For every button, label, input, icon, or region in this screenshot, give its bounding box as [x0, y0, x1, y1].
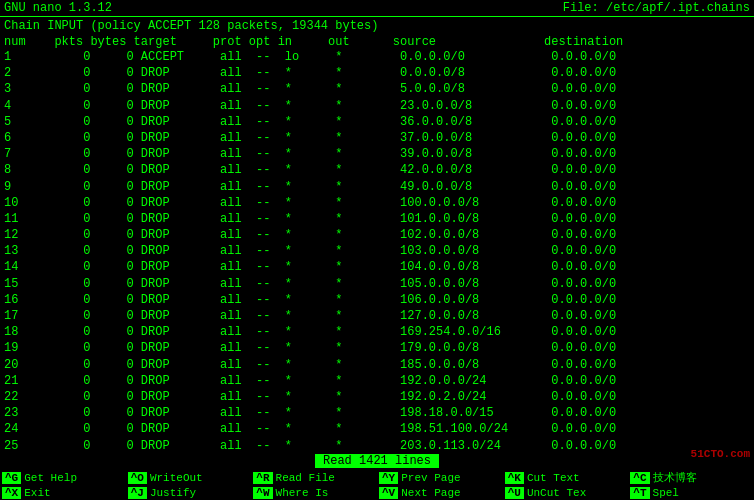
bottom-bar: ^GGet Help^OWriteOut^RRead File^YPrev Pa… — [0, 469, 754, 500]
shortcut-key: ^R — [253, 472, 272, 484]
table-row: 1 0 0 ACCEPT all -- lo * 0.0.0.0/0 0.0.0… — [4, 49, 750, 65]
shortcut-key: ^V — [379, 487, 398, 499]
shortcut-label: UnCut Tex — [527, 487, 586, 499]
shortcut-label: WriteOut — [150, 472, 203, 484]
watermark: 51CTO.com — [691, 448, 750, 460]
shortcut-label: Next Page — [401, 487, 460, 499]
shortcut-label: 技术博客 — [653, 470, 697, 485]
terminal: GNU nano 1.3.12 File: /etc/apf/.ipt.chai… — [0, 0, 754, 500]
shortcut-item-0-3[interactable]: ^YPrev Page — [377, 469, 503, 486]
shortcut-key: ^G — [2, 472, 21, 484]
table-row: 16 0 0 DROP all -- * * 106.0.0.0/8 0.0.0… — [4, 292, 750, 308]
table-row: 8 0 0 DROP all -- * * 42.0.0.0/8 0.0.0.0… — [4, 162, 750, 178]
shortcut-label: Read File — [276, 472, 335, 484]
table-row: 9 0 0 DROP all -- * * 49.0.0.0/8 0.0.0.0… — [4, 179, 750, 195]
chain-header: Chain INPUT (policy ACCEPT 128 packets, … — [4, 19, 750, 33]
shortcut-key: ^C — [630, 472, 649, 484]
table-row: 2 0 0 DROP all -- * * 0.0.0.0/8 0.0.0.0/… — [4, 65, 750, 81]
col-header: num pkts bytes target prot opt in out so… — [4, 35, 750, 49]
shortcut-key: ^U — [505, 487, 524, 499]
shortcut-label: Justify — [150, 487, 196, 499]
rows-container: 1 0 0 ACCEPT all -- lo * 0.0.0.0/0 0.0.0… — [4, 49, 750, 453]
shortcut-item-1-5[interactable]: ^TSpel — [628, 486, 754, 500]
table-row: 13 0 0 DROP all -- * * 103.0.0.0/8 0.0.0… — [4, 243, 750, 259]
table-row: 15 0 0 DROP all -- * * 105.0.0.0/8 0.0.0… — [4, 276, 750, 292]
shortcut-label: Spel — [653, 487, 679, 499]
shortcut-item-0-5[interactable]: ^C技术博客 — [628, 469, 754, 486]
table-row: 23 0 0 DROP all -- * * 198.18.0.0/15 0.0… — [4, 405, 750, 421]
shortcut-item-0-0[interactable]: ^GGet Help — [0, 469, 126, 486]
main-content: Chain INPUT (policy ACCEPT 128 packets, … — [0, 17, 754, 453]
status-text: Read 1421 lines — [315, 454, 439, 468]
shortcut-item-1-4[interactable]: ^UUnCut Tex — [503, 486, 629, 500]
title-right: File: /etc/apf/.ipt.chains — [563, 1, 750, 15]
table-row: 11 0 0 DROP all -- * * 101.0.0.0/8 0.0.0… — [4, 211, 750, 227]
shortcut-item-0-1[interactable]: ^OWriteOut — [126, 469, 252, 486]
table-row: 25 0 0 DROP all -- * * 203.0.113.0/24 0.… — [4, 438, 750, 454]
shortcut-key: ^K — [505, 472, 524, 484]
table-row: 5 0 0 DROP all -- * * 36.0.0.0/8 0.0.0.0… — [4, 114, 750, 130]
table-row: 14 0 0 DROP all -- * * 104.0.0.0/8 0.0.0… — [4, 259, 750, 275]
table-row: 22 0 0 DROP all -- * * 192.0.2.0/24 0.0.… — [4, 389, 750, 405]
shortcut-key: ^W — [253, 487, 272, 499]
shortcut-label: Prev Page — [401, 472, 460, 484]
shortcut-key: ^Y — [379, 472, 398, 484]
shortcut-item-0-2[interactable]: ^RRead File — [251, 469, 377, 486]
table-row: 7 0 0 DROP all -- * * 39.0.0.0/8 0.0.0.0… — [4, 146, 750, 162]
shortcut-item-1-0[interactable]: ^XExit — [0, 486, 126, 500]
table-row: 3 0 0 DROP all -- * * 5.0.0.0/8 0.0.0.0/… — [4, 81, 750, 97]
table-row: 4 0 0 DROP all -- * * 23.0.0.0/8 0.0.0.0… — [4, 98, 750, 114]
shortcut-row-bottom: ^XExit^JJustify^WWhere Is^VNext Page^UUn… — [0, 486, 754, 500]
shortcut-key: ^O — [128, 472, 147, 484]
table-row: 20 0 0 DROP all -- * * 185.0.0.0/8 0.0.0… — [4, 357, 750, 373]
shortcut-label: Exit — [24, 487, 50, 499]
table-row: 6 0 0 DROP all -- * * 37.0.0.0/8 0.0.0.0… — [4, 130, 750, 146]
shortcut-label: Cut Text — [527, 472, 580, 484]
table-row: 10 0 0 DROP all -- * * 100.0.0.0/8 0.0.0… — [4, 195, 750, 211]
shortcut-row-top: ^GGet Help^OWriteOut^RRead File^YPrev Pa… — [0, 469, 754, 486]
status-bar: Read 1421 lines — [0, 453, 754, 469]
title-left: GNU nano 1.3.12 — [4, 1, 112, 15]
shortcut-key: ^J — [128, 487, 147, 499]
title-bar: GNU nano 1.3.12 File: /etc/apf/.ipt.chai… — [0, 0, 754, 17]
shortcut-item-1-3[interactable]: ^VNext Page — [377, 486, 503, 500]
shortcut-label: Get Help — [24, 472, 77, 484]
shortcut-key: ^X — [2, 487, 21, 499]
table-row: 18 0 0 DROP all -- * * 169.254.0.0/16 0.… — [4, 324, 750, 340]
table-row: 21 0 0 DROP all -- * * 192.0.0.0/24 0.0.… — [4, 373, 750, 389]
shortcut-item-1-2[interactable]: ^WWhere Is — [251, 486, 377, 500]
table-row: 12 0 0 DROP all -- * * 102.0.0.0/8 0.0.0… — [4, 227, 750, 243]
shortcut-item-0-4[interactable]: ^KCut Text — [503, 469, 629, 486]
shortcut-label: Where Is — [276, 487, 329, 499]
shortcut-item-1-1[interactable]: ^JJustify — [126, 486, 252, 500]
shortcut-key: ^T — [630, 487, 649, 499]
table-row: 17 0 0 DROP all -- * * 127.0.0.0/8 0.0.0… — [4, 308, 750, 324]
table-row: 19 0 0 DROP all -- * * 179.0.0.0/8 0.0.0… — [4, 340, 750, 356]
table-row: 24 0 0 DROP all -- * * 198.51.100.0/24 0… — [4, 421, 750, 437]
